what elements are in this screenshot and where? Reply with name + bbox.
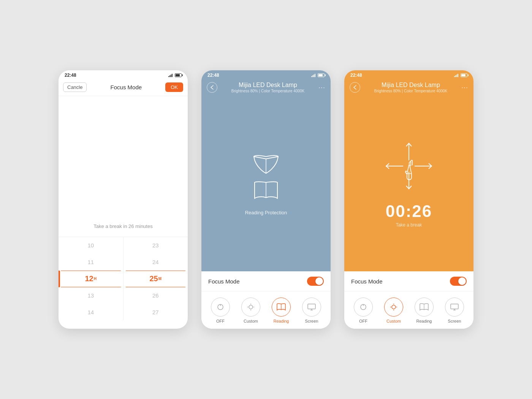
mode-custom-label-2: Custom — [244, 319, 258, 323]
signal-icon-3 — [454, 73, 458, 77]
status-icons-1 — [168, 73, 182, 77]
mode-off-label-2: OFF — [216, 319, 225, 323]
hour-12[interactable]: 12H — [59, 271, 123, 287]
minute-26[interactable]: 26 — [124, 287, 188, 304]
mode-reading-label-3: Reading — [416, 319, 432, 323]
book-icon — [251, 151, 281, 179]
svg-rect-9 — [308, 304, 315, 309]
ok-button[interactable]: OK — [165, 82, 183, 92]
svg-rect-25 — [451, 304, 458, 309]
lamp-top-amber: 22:48 — [344, 70, 473, 271]
mode-reading-circle-2 — [272, 298, 291, 317]
scene: 22:48 Cancle Focus Mode OK Take a break — [0, 0, 532, 399]
mode-buttons-3: OFF Custom — [344, 291, 473, 329]
mode-screen-2[interactable]: Screen — [302, 298, 321, 323]
mode-reading-3[interactable]: Reading — [415, 298, 434, 323]
focus-mode-toggle-2[interactable] — [307, 277, 324, 286]
focus-mode-row-2: Focus Mode — [201, 271, 331, 291]
mode-reading-label-2: Reading — [274, 319, 289, 323]
phone-reading: 22:48 — [201, 70, 331, 329]
battery-icon-1 — [175, 73, 182, 77]
lamp-subtitle-2: Brightness 80% | Color Temperature 4000K — [231, 89, 305, 93]
lamp-title-2: Mijia LED Desk Lamp — [231, 82, 305, 89]
minute-23[interactable]: 23 — [124, 237, 188, 254]
mode-custom-circle-2 — [241, 298, 260, 317]
status-time-2: 22:48 — [207, 73, 219, 78]
more-button-3[interactable]: ··· — [461, 84, 468, 92]
break-message: Take a break in 26 minutes — [93, 223, 152, 229]
hours-column[interactable]: 10 11 12H 13 14 — [59, 237, 123, 320]
mode-buttons-2: OFF Custom — [201, 291, 331, 329]
mode-off-circle-3 — [354, 298, 373, 317]
status-bar-3: 22:48 — [344, 70, 473, 79]
lamp-top-blue: 22:48 — [201, 70, 331, 271]
mode-off-circle-2 — [211, 298, 230, 317]
focus-mode-body: Take a break in 26 minutes — [59, 96, 188, 237]
status-bar-1: 22:48 — [59, 70, 188, 79]
reading-protection-label: Reading Protection — [245, 210, 287, 215]
battery-icon-3 — [461, 73, 467, 77]
gesture-icon — [382, 139, 435, 193]
hour-10[interactable]: 10 — [59, 237, 123, 254]
svg-point-19 — [392, 305, 396, 309]
signal-icon-1 — [168, 73, 173, 77]
lamp-subtitle-3: Brightness 80% | Color Temperature 4000K — [374, 89, 448, 93]
mode-screen-3[interactable]: Screen — [445, 298, 464, 323]
lamp-header-2: Mijia LED Desk Lamp Brightness 80% | Col… — [201, 79, 331, 95]
battery-icon-2 — [318, 73, 325, 77]
phone-focus-mode: 22:48 Cancle Focus Mode OK Take a break — [59, 70, 188, 329]
toggle-knob-3 — [458, 277, 466, 285]
status-icons-3 — [454, 73, 467, 77]
minutes-column[interactable]: 23 24 25M 26 27 — [123, 237, 188, 320]
mode-screen-circle-2 — [302, 298, 321, 317]
cancel-button[interactable]: Cancle — [63, 82, 87, 92]
status-icons-2 — [311, 73, 325, 77]
lamp-bottom-2: Focus Mode OFF — [201, 271, 331, 329]
mode-custom-label-3: Custom — [386, 319, 401, 323]
time-picker[interactable]: 10 11 12H 13 14 23 24 25M 26 27 — [59, 237, 188, 320]
status-time-3: 22:48 — [350, 73, 362, 78]
minute-24[interactable]: 24 — [124, 254, 188, 271]
book-icon-svg — [253, 179, 279, 202]
back-button-3[interactable] — [350, 82, 360, 93]
hour-14[interactable]: 14 — [59, 304, 123, 320]
mode-custom-circle-3 — [384, 298, 403, 317]
minute-25[interactable]: 25M — [124, 271, 188, 287]
mode-screen-label-2: Screen — [305, 319, 318, 323]
svg-point-3 — [249, 305, 253, 309]
hour-13[interactable]: 13 — [59, 287, 123, 304]
lamp-bottom-3: Focus Mode OFF — [344, 271, 473, 329]
signal-icon-2 — [311, 73, 315, 77]
mode-screen-circle-3 — [445, 298, 464, 317]
focus-mode-title: Focus Mode — [111, 84, 142, 90]
lamp-header-center-2: Mijia LED Desk Lamp Brightness 80% | Col… — [231, 82, 305, 93]
hour-11[interactable]: 11 — [59, 254, 123, 271]
toggle-knob-2 — [315, 277, 323, 285]
mode-custom-2[interactable]: Custom — [241, 298, 260, 323]
focus-mode-toggle-3[interactable] — [450, 277, 467, 286]
lamp-header-center-3: Mijia LED Desk Lamp Brightness 80% | Col… — [374, 82, 448, 93]
focus-mode-row-3: Focus Mode — [344, 271, 473, 291]
mode-reading-2[interactable]: Reading — [272, 298, 291, 323]
lamp-title-3: Mijia LED Desk Lamp — [374, 82, 448, 89]
status-time-1: 22:48 — [65, 73, 76, 78]
back-button-2[interactable] — [207, 82, 217, 93]
timer-label: Take a break — [396, 222, 422, 228]
mode-off-3[interactable]: OFF — [354, 298, 373, 323]
more-button-2[interactable]: ··· — [318, 84, 325, 92]
lamp-icon-area-3: 00:26 Take a break — [344, 95, 473, 271]
mode-screen-label-3: Screen — [448, 319, 461, 323]
timer-display: 00:26 — [386, 202, 432, 221]
lamp-icon-area-2: Reading Protection — [201, 95, 331, 271]
mode-off-label-3: OFF — [359, 319, 367, 323]
focus-mode-header: Cancle Focus Mode OK — [59, 79, 188, 96]
mode-reading-circle-3 — [415, 298, 434, 317]
lamp-header-3: Mijia LED Desk Lamp Brightness 80% | Col… — [344, 79, 473, 95]
status-bar-2: 22:48 — [201, 70, 331, 79]
minute-27[interactable]: 27 — [124, 304, 188, 320]
mode-custom-3[interactable]: Custom — [384, 298, 403, 323]
phone-timer: 22:48 — [344, 70, 473, 329]
mode-off-2[interactable]: OFF — [211, 298, 230, 323]
focus-mode-label-3: Focus Mode — [351, 278, 383, 285]
focus-mode-label-2: Focus Mode — [208, 278, 240, 285]
